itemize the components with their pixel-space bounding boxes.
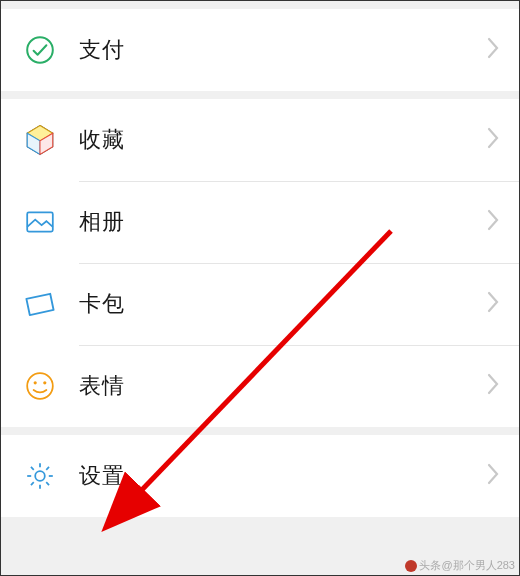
chevron-right-icon (487, 37, 499, 63)
row-album[interactable]: 相册 (1, 181, 519, 263)
row-emoji[interactable]: 表情 (1, 345, 519, 427)
svg-point-0 (27, 37, 53, 63)
svg-point-4 (43, 381, 46, 384)
row-settings[interactable]: 设置 (1, 435, 519, 517)
row-card[interactable]: 卡包 (1, 263, 519, 345)
section-pay: 支付 (1, 9, 519, 91)
favorites-icon (23, 123, 57, 157)
emoji-icon (23, 369, 57, 403)
svg-line-13 (46, 467, 49, 470)
svg-line-12 (31, 482, 34, 485)
chevron-right-icon (487, 127, 499, 153)
row-label: 设置 (79, 461, 487, 491)
section-main: 收藏 相册 卡包 (1, 99, 519, 427)
section-settings: 设置 (1, 435, 519, 517)
row-label: 收藏 (79, 125, 487, 155)
pay-icon (23, 33, 57, 67)
row-label: 相册 (79, 207, 487, 237)
row-label: 卡包 (79, 289, 487, 319)
watermark: 头条@那个男人283 (405, 558, 515, 573)
chevron-right-icon (487, 373, 499, 399)
chevron-right-icon (487, 209, 499, 235)
row-label: 支付 (79, 35, 487, 65)
album-icon (23, 205, 57, 239)
chevron-right-icon (487, 291, 499, 317)
watermark-text: 头条@那个男人283 (419, 559, 515, 571)
svg-rect-1 (27, 212, 53, 231)
chevron-right-icon (487, 463, 499, 489)
row-label: 表情 (79, 371, 487, 401)
settings-icon (23, 459, 57, 493)
row-pay[interactable]: 支付 (1, 9, 519, 91)
row-favorites[interactable]: 收藏 (1, 99, 519, 181)
svg-point-2 (27, 373, 53, 399)
svg-point-5 (35, 471, 45, 481)
svg-line-11 (46, 482, 49, 485)
watermark-avatar (405, 560, 417, 572)
svg-line-10 (31, 467, 34, 470)
card-icon (23, 287, 57, 321)
svg-point-3 (34, 381, 37, 384)
